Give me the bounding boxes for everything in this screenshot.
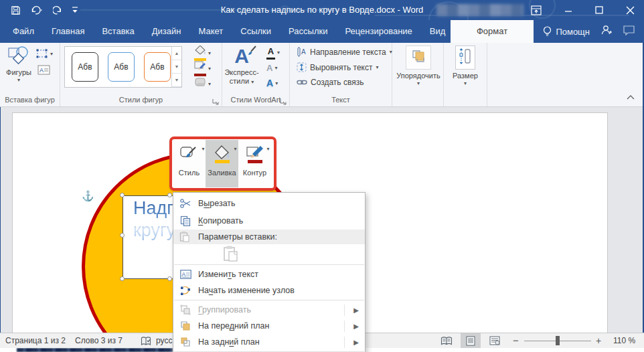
menu-separator <box>174 300 364 300</box>
edit-shape-button[interactable]: ▾ <box>36 47 53 60</box>
menu-item-label: Группировать <box>198 305 251 315</box>
page-count[interactable]: Страница 1 из 2 <box>5 333 66 348</box>
tab-references[interactable]: Ссылки <box>232 20 280 43</box>
customize-quick-access-icon[interactable] <box>72 6 78 14</box>
ribbon-tab-strip: Файл Главная Вставка Дизайн Макет Ссылки… <box>0 20 644 43</box>
mini-fill-button[interactable]: ▾ Заливка <box>206 140 238 187</box>
tab-view[interactable]: Вид <box>421 20 455 43</box>
gallery-more-icon[interactable]: ▼ <box>172 74 181 87</box>
redacted-account-name <box>436 4 524 16</box>
menu-item-edit-text[interactable]: A Изменить текст <box>173 266 365 282</box>
svg-text:A: A <box>39 67 44 74</box>
gallery-scrollbar[interactable]: ▲ ▼ ▼ <box>171 47 181 87</box>
menu-separator <box>174 264 364 265</box>
size-label: Размер <box>453 72 478 80</box>
bring-to-front-icon <box>179 320 191 332</box>
group-wordart-styles: А Экспресс- стили ▾ А ▾ А ▾ <box>222 43 290 106</box>
selection-handle[interactable] <box>120 193 125 197</box>
align-text-button[interactable]: Выровнять текст ▾ <box>297 62 379 72</box>
window-border-left <box>0 107 1 348</box>
shape-effects-button[interactable]: ▾ <box>194 77 211 90</box>
submenu-arrow-icon: ▶ <box>344 321 361 332</box>
selection-handle[interactable] <box>120 233 125 238</box>
selection-handle[interactable] <box>167 276 172 281</box>
size-button[interactable]: Размер ▾ <box>449 46 481 86</box>
arrange-label: Упорядочить <box>396 72 440 80</box>
comments-icon[interactable] <box>623 25 635 38</box>
group-shape-styles: Абв Абв Абв ▲ ▼ ▼ ▾ <box>60 43 222 106</box>
tab-file[interactable]: Файл <box>4 20 43 43</box>
selection-handle[interactable] <box>120 276 125 281</box>
text-direction-button[interactable]: А Направление текста ▾ <box>297 47 392 57</box>
tab-mailings[interactable]: Рассылки <box>280 20 336 43</box>
tabstrip-right-icons: Помощн <box>543 20 644 43</box>
tab-insert[interactable]: Вставка <box>93 20 143 43</box>
quick-styles-button[interactable]: А Экспресс- стили ▾ <box>225 44 258 86</box>
selection-handle[interactable] <box>167 193 172 197</box>
maximize-button[interactable] <box>588 0 611 20</box>
menu-item-edit-points[interactable]: Начать изменение узлов <box>173 282 365 298</box>
wordart-format-buttons: А ▾ А ▾ А ▾ <box>266 46 280 90</box>
menu-item-send-to-back[interactable]: На задний план ▶ <box>173 334 365 350</box>
zoom-slider-handle[interactable] <box>556 336 560 345</box>
gallery-down-icon[interactable]: ▼ <box>172 60 181 74</box>
send-to-back-icon <box>179 336 191 348</box>
tab-layout[interactable]: Макет <box>189 20 232 43</box>
shape-fill-button[interactable]: ▾ <box>194 46 211 60</box>
text-direction-label: Направление текста <box>310 48 386 57</box>
dialog-launcher-icon[interactable] <box>280 96 287 104</box>
chevron-down-icon: ▾ <box>277 50 280 56</box>
tab-home[interactable]: Главная <box>43 20 93 43</box>
text-outline-button[interactable]: А ▾ <box>266 61 280 74</box>
zoom-in-button[interactable]: + <box>596 333 601 348</box>
shape-style-swatch[interactable]: Абв <box>108 52 135 82</box>
shape-style-swatch[interactable]: Абв <box>72 52 98 82</box>
language-indicator[interactable]: русс <box>156 333 172 348</box>
menu-item-label: Изменить текст <box>198 270 258 279</box>
redo-button[interactable] <box>53 5 63 15</box>
proofing-icon[interactable] <box>141 336 151 351</box>
create-link-button[interactable]: Создать связь <box>297 78 364 87</box>
chevron-down-icon: ▾ <box>464 80 467 86</box>
tab-format-active[interactable]: Формат <box>451 20 534 43</box>
ribbon-display-options-button[interactable] <box>525 0 548 20</box>
web-layout-button[interactable] <box>485 333 505 348</box>
group-label-text: Текст <box>290 96 392 104</box>
text-outline-icon: А <box>266 63 272 73</box>
shape-style-swatch[interactable]: Абв <box>144 52 171 82</box>
share-person-icon[interactable] <box>600 25 613 38</box>
gallery-up-icon[interactable]: ▲ <box>172 47 181 60</box>
shape-outline-button[interactable]: ▾ <box>194 62 211 75</box>
align-text-label: Выровнять текст <box>310 63 372 72</box>
undo-button[interactable] <box>29 5 44 15</box>
group-insert-shapes: Фигуры ▾ ▾ A Вставка фигур <box>0 43 60 106</box>
collapse-ribbon-icon[interactable] <box>627 90 635 102</box>
paste-option-button[interactable] <box>223 245 239 264</box>
menu-item-cut[interactable]: Вырезать <box>173 195 365 212</box>
dialog-launcher-icon[interactable] <box>212 96 220 104</box>
chevron-down-icon: ▾ <box>50 51 53 57</box>
group-objects-icon <box>179 304 191 316</box>
menu-item-copy[interactable]: Копировать <box>173 212 365 230</box>
shapes-button[interactable]: Фигуры ▾ <box>4 46 33 83</box>
print-layout-button[interactable] <box>461 333 481 348</box>
tab-design[interactable]: Дизайн <box>143 20 190 43</box>
zoom-out-button[interactable]: − <box>513 333 519 348</box>
tell-me-assistant[interactable]: Помощн <box>543 26 590 37</box>
arrange-button[interactable]: Упорядочить ▾ <box>395 46 442 86</box>
close-button[interactable] <box>619 0 641 20</box>
zoom-level[interactable]: 110 % <box>613 333 635 348</box>
word-count[interactable]: Слово 3 из 7 <box>75 333 123 348</box>
mini-outline-button[interactable]: ▾ Контур <box>238 140 271 187</box>
save-icon[interactable] <box>11 5 21 15</box>
tab-review[interactable]: Рецензирование <box>336 20 420 43</box>
read-mode-button[interactable] <box>436 333 457 348</box>
menu-item-label: Копировать <box>198 216 243 226</box>
submenu-arrow-icon: ▶ <box>344 304 361 316</box>
minimize-button[interactable] <box>557 0 580 20</box>
menu-item-bring-to-front[interactable]: На передний план ▶ <box>173 318 365 334</box>
text-effects-button[interactable]: А ▾ <box>266 76 280 90</box>
mini-style-button[interactable]: ▾ Стиль <box>173 140 206 187</box>
text-fill-button[interactable]: А ▾ <box>266 46 280 59</box>
draw-textbox-button[interactable]: A <box>37 63 50 76</box>
